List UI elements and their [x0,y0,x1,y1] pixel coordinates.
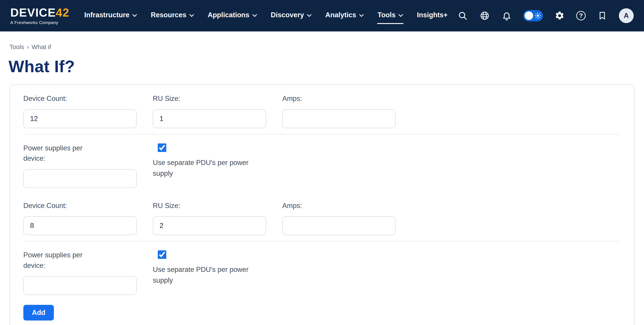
chevron-down-icon [307,14,312,17]
field-ru-size-2: RU Size: [153,201,266,235]
brand-name-accent: 42 [56,6,70,19]
device-fields-row: Device Count: RU Size: Amps: [23,93,621,128]
ru-size-label: RU Size: [153,201,266,211]
nav-item-label: Analytics [325,11,356,19]
power-supplies-input-1[interactable] [23,169,137,188]
separate-pdu-field-2: Use separate PDU's per power supply [153,250,266,286]
nav-item-label: Tools [378,11,396,19]
amps-input-2[interactable] [282,216,396,235]
main-nav: Infrastructure Resources Applications Di… [84,0,448,31]
add-button[interactable]: Add [23,305,54,321]
breadcrumb-separator: › [27,43,29,51]
field-ru-size-1: RU Size: [153,93,266,128]
globe-icon[interactable] [479,10,490,21]
chevron-down-icon [190,14,194,17]
notifications-bell-icon[interactable] [501,10,512,21]
device-count-input-2[interactable] [23,216,137,235]
field-device-count-1: Device Count: [23,93,137,128]
separate-pdu-checkbox-1[interactable] [158,143,166,152]
nav-item-label: Insights+ [417,11,448,19]
chevron-down-icon [252,14,257,17]
help-icon[interactable]: ? [576,11,586,20]
separate-pdu-label: Use separate PDU's per power supply [153,157,260,179]
ru-size-input-2[interactable] [153,216,266,235]
top-navbar: DEVICE42 A Freshworks Company Infrastruc… [0,0,644,31]
settings-gear-icon[interactable] [554,10,565,21]
amps-label: Amps: [282,93,396,104]
separate-pdu-label: Use separate PDU's per power supply [153,264,260,286]
brand-name: DEVICE42 [10,7,69,18]
amps-input-1[interactable] [282,109,396,128]
device-count-input-1[interactable] [23,109,137,128]
divider [23,134,621,134]
separate-pdu-field-1: Use separate PDU's per power supply [153,143,266,179]
field-device-count-2: Device Count: [23,201,137,235]
separate-pdu-checkbox-2[interactable] [158,250,166,259]
field-power-supplies-2: Power supplies per device: [23,250,137,295]
whatif-form-card: Device Count: RU Size: Amps: Power suppl… [10,84,634,325]
navbar-actions: ? A [457,8,634,23]
breadcrumb-tools[interactable]: Tools [10,43,24,51]
ru-size-input-1[interactable] [153,109,266,128]
device42-logo[interactable]: DEVICE42 A Freshworks Company [10,7,69,25]
avatar-letter: A [624,12,629,20]
page-title: What If? [8,57,644,76]
sun-icon [534,12,541,19]
user-avatar[interactable]: A [619,8,634,23]
nav-item-label: Infrastructure [84,11,130,19]
theme-toggle[interactable] [523,10,543,21]
nav-item-applications[interactable]: Applications [207,7,258,24]
bookmark-icon[interactable] [597,10,608,21]
nav-item-resources[interactable]: Resources [150,7,194,24]
nav-item-infrastructure[interactable]: Infrastructure [84,7,137,24]
power-supplies-label: Power supplies per device: [23,250,98,271]
field-amps-1: Amps: [282,93,396,128]
field-amps-2: Amps: [282,201,396,235]
power-row-1: Power supplies per device: Use separate … [23,143,621,188]
toggle-knob [524,11,533,20]
power-row-2: Power supplies per device: Use separate … [23,250,621,295]
chevron-down-icon [132,14,137,17]
chevron-down-icon [359,14,364,17]
nav-item-discovery[interactable]: Discovery [270,7,312,24]
help-question-mark: ? [579,12,583,19]
amps-label: Amps: [282,201,396,211]
brand-name-main: DEVICE [10,6,56,19]
device-fields-row-2: Device Count: RU Size: Amps: [23,201,621,235]
device-count-label: Device Count: [23,93,137,104]
breadcrumb: Tools › What if [10,43,644,51]
chevron-down-icon [398,14,403,17]
ru-size-label: RU Size: [153,93,266,104]
power-supplies-input-2[interactable] [23,276,137,295]
device-count-label: Device Count: [23,201,137,211]
nav-item-analytics[interactable]: Analytics [325,7,364,24]
nav-item-label: Resources [151,11,186,19]
divider [23,241,621,241]
search-icon[interactable] [457,10,468,21]
breadcrumb-current: What if [32,43,51,51]
field-power-supplies-1: Power supplies per device: [23,143,137,188]
brand-tagline: A Freshworks Company [10,20,69,25]
nav-item-label: Applications [208,11,250,19]
nav-item-label: Discovery [271,11,304,19]
nav-item-tools[interactable]: Tools [377,7,404,24]
power-supplies-label: Power supplies per device: [23,143,98,164]
nav-item-insights[interactable]: Insights+ [416,7,448,24]
